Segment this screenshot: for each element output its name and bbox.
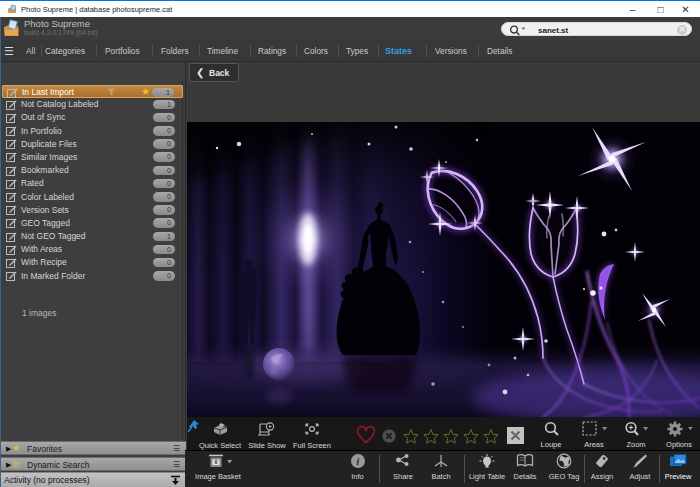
svg-text:0: 0 xyxy=(214,459,217,465)
svg-text:i: i xyxy=(356,456,359,467)
